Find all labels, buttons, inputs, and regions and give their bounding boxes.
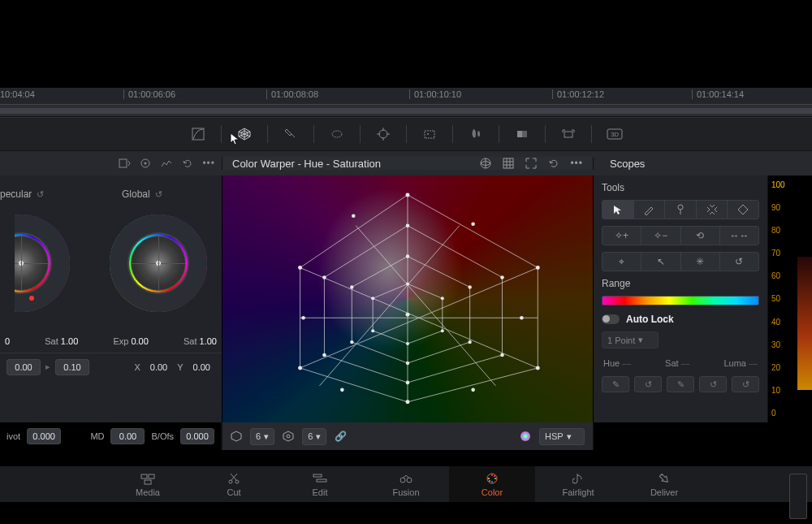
contract-tool[interactable] bbox=[697, 201, 728, 219]
tab-cut[interactable]: Cut bbox=[191, 466, 277, 502]
tab-edit[interactable]: Edit bbox=[277, 466, 363, 502]
move-all-icon[interactable]: ↖ bbox=[641, 253, 680, 271]
expand-icon[interactable] bbox=[525, 157, 538, 170]
more-panel-icon[interactable]: ••• bbox=[570, 158, 583, 169]
tab-label: Edit bbox=[313, 487, 328, 497]
warper-res1-select[interactable]: 6▾ bbox=[250, 428, 274, 445]
link-icon[interactable]: 🔗 bbox=[335, 431, 347, 442]
color-warper-panel[interactable] bbox=[222, 175, 594, 422]
svg-point-65 bbox=[520, 316, 524, 320]
remove-point-icon[interactable]: ✧− bbox=[641, 227, 680, 245]
stretch-tool[interactable] bbox=[728, 201, 758, 219]
color-warper-icon[interactable] bbox=[222, 123, 267, 145]
svg-point-74 bbox=[520, 431, 530, 441]
ruler-tick: 01:00:14:14 bbox=[692, 89, 744, 99]
warper-res2-select[interactable]: 6▾ bbox=[302, 428, 326, 445]
specular-wheel[interactable] bbox=[15, 214, 70, 312]
center-icon[interactable]: ✳ bbox=[681, 253, 720, 271]
svg-rect-75 bbox=[141, 474, 147, 479]
svg-point-49 bbox=[322, 275, 326, 279]
svg-line-35 bbox=[356, 226, 495, 386]
hue-reset-icon[interactable]: ↺ bbox=[634, 376, 662, 392]
svg-point-6 bbox=[332, 131, 342, 137]
warper-mode-select[interactable]: HSP▾ bbox=[539, 428, 585, 445]
more-icon[interactable]: ••• bbox=[202, 158, 215, 169]
pin-tool[interactable] bbox=[665, 201, 697, 219]
tab-color[interactable]: Color bbox=[449, 466, 535, 502]
show-points-icon[interactable]: ⌖ bbox=[603, 253, 641, 271]
warper-res2-icon[interactable] bbox=[283, 431, 294, 442]
sat-reset-icon[interactable]: ↺ bbox=[699, 376, 727, 392]
graph-icon[interactable] bbox=[160, 157, 173, 170]
reset-circle-icon[interactable]: ↺ bbox=[720, 253, 758, 271]
sizing-icon[interactable] bbox=[546, 123, 591, 145]
mini-thumbnail[interactable] bbox=[789, 474, 807, 519]
color-toolbar: 3D bbox=[0, 117, 812, 151]
reset-icon[interactable] bbox=[181, 157, 194, 170]
specular-label: pecular bbox=[0, 188, 32, 200]
point-count-select[interactable]: 1 Point▾ bbox=[602, 331, 659, 349]
rotate-icon[interactable]: ⟲ bbox=[681, 227, 720, 245]
sphere-icon[interactable] bbox=[520, 431, 531, 442]
lrow-v2[interactable]: 0.10 bbox=[55, 359, 89, 375]
md-value[interactable]: 0.00 bbox=[110, 428, 145, 444]
draw-tool[interactable] bbox=[634, 201, 666, 219]
svg-point-82 bbox=[400, 478, 405, 483]
scope-tick: 80 bbox=[771, 226, 785, 235]
scope-tick: 60 bbox=[771, 271, 785, 280]
key-icon[interactable] bbox=[499, 123, 545, 145]
curves-icon[interactable] bbox=[175, 123, 221, 145]
ivot-value[interactable]: 0.000 bbox=[27, 428, 61, 444]
tab-media[interactable]: Media bbox=[105, 466, 191, 502]
qualifier-icon[interactable] bbox=[268, 123, 313, 145]
3d-icon[interactable]: 3D bbox=[592, 123, 637, 145]
wheels-panel: pecular↺ Global↺ 0 Sat 1.00 Exp 0.00 Sat… bbox=[0, 175, 222, 422]
spec-p1-value[interactable]: 0 bbox=[5, 336, 10, 346]
autolock-toggle[interactable] bbox=[602, 314, 620, 324]
reset-specular-icon[interactable]: ↺ bbox=[37, 189, 44, 200]
reset-global-icon[interactable]: ↺ bbox=[155, 189, 162, 200]
grid-icon[interactable] bbox=[502, 157, 515, 170]
svg-point-66 bbox=[301, 316, 305, 320]
range-slider[interactable] bbox=[602, 296, 759, 305]
scopes-label: Scopes bbox=[610, 158, 645, 170]
global-exp-value[interactable]: 0.00 bbox=[131, 336, 148, 346]
window-icon[interactable] bbox=[314, 123, 360, 145]
tab-deliver[interactable]: Deliver bbox=[621, 466, 707, 502]
svg-point-7 bbox=[379, 130, 387, 138]
bofs-value[interactable]: 0.000 bbox=[180, 428, 214, 444]
warper-web[interactable] bbox=[222, 175, 593, 422]
reset-panel-icon[interactable] bbox=[547, 157, 560, 170]
add-point-icon[interactable]: ✧+ bbox=[603, 227, 641, 245]
svg-point-38 bbox=[406, 193, 410, 197]
svg-text:3D: 3D bbox=[610, 131, 618, 138]
lrow-v1[interactable]: 0.00 bbox=[6, 359, 41, 375]
deliver-icon bbox=[659, 471, 670, 486]
svg-rect-0 bbox=[192, 128, 204, 140]
blur-icon[interactable] bbox=[453, 123, 499, 145]
luma-reset-icon[interactable]: ↺ bbox=[732, 376, 759, 392]
target-icon[interactable] bbox=[139, 157, 152, 170]
x-value[interactable]: 0.00 bbox=[145, 360, 172, 375]
global-sat-value[interactable]: 1.00 bbox=[200, 336, 217, 346]
magic-mask-icon[interactable] bbox=[407, 123, 452, 145]
tab-fusion[interactable]: Fusion bbox=[363, 466, 449, 502]
timeline-ruler[interactable]: 10:04:0401:00:06:0601:00:08:0801:00:10:1… bbox=[0, 88, 812, 104]
warper-res1-icon[interactable] bbox=[231, 431, 242, 442]
expand-arrows-icon[interactable]: ↔↔ bbox=[720, 227, 758, 245]
tracker-icon[interactable] bbox=[361, 123, 406, 145]
spec-sat-value[interactable]: 1.00 bbox=[61, 336, 78, 346]
collapse-icon[interactable] bbox=[118, 157, 131, 170]
svg-point-41 bbox=[406, 400, 410, 404]
select-tool[interactable] bbox=[603, 201, 634, 219]
svg-point-87 bbox=[491, 481, 493, 483]
tab-fairlight[interactable]: Fairlight bbox=[535, 466, 621, 502]
orb-icon[interactable] bbox=[479, 157, 492, 170]
scope-tick: 70 bbox=[771, 249, 785, 258]
scopes-panel[interactable]: 1009080706050403020100 bbox=[768, 175, 812, 422]
y-value[interactable]: 0.00 bbox=[188, 360, 215, 375]
hue-pick-icon[interactable]: ✎ bbox=[602, 376, 629, 392]
global-wheel[interactable] bbox=[110, 214, 207, 312]
sat-pick-icon[interactable]: ✎ bbox=[667, 376, 694, 392]
timeline-track[interactable] bbox=[0, 104, 812, 117]
